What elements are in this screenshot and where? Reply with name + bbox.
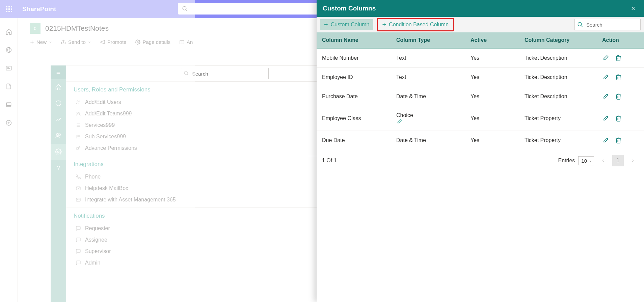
svg-point-50 (76, 147, 79, 150)
helpdesk-search-input[interactable] (181, 68, 269, 79)
row-edit-button[interactable] (602, 137, 609, 144)
nav-item-icon (76, 197, 82, 202)
svg-rect-3 (6, 8, 7, 10)
svg-rect-52 (76, 198, 80, 201)
svg-point-39 (77, 101, 78, 102)
sidebar-reports[interactable] (51, 111, 66, 128)
choice-edit-button[interactable] (396, 118, 460, 125)
panel-search-input[interactable] (574, 19, 641, 30)
nav-item-icon (76, 174, 82, 180)
th-column-name[interactable]: Column Name (317, 32, 391, 48)
nav-item-icon (76, 186, 82, 191)
search-icon (184, 71, 189, 76)
sidebar-toggle[interactable] (51, 65, 66, 79)
th-category[interactable]: Column Category (519, 32, 597, 48)
cell-active: Yes (465, 87, 519, 106)
pager-next-button[interactable] (627, 155, 639, 166)
site-title[interactable]: 0215HDMTestNotes (45, 24, 109, 32)
cell-action (597, 131, 644, 150)
cmd-promote[interactable]: Promote (100, 39, 127, 45)
rail-create-button[interactable] (2, 116, 16, 130)
cell-name: Employee Class (317, 106, 391, 131)
cell-active: Yes (465, 68, 519, 87)
cmd-analytics[interactable]: An (179, 39, 193, 45)
cell-active: Yes (465, 131, 519, 150)
nav-item-icon (76, 111, 82, 116)
table-row: Employee ClassChoiceYesTicket Property (317, 106, 644, 131)
row-delete-button[interactable] (615, 93, 622, 100)
pager-page-1[interactable]: 1 (612, 155, 624, 166)
cmd-page-details[interactable]: Page details (135, 39, 170, 45)
cell-category: Ticket Property (519, 106, 597, 131)
plus-icon: + (324, 21, 328, 28)
rail-news-button[interactable] (2, 61, 16, 75)
svg-rect-6 (6, 11, 7, 12)
megaphone-icon (100, 39, 105, 45)
th-active[interactable]: Active (465, 32, 519, 48)
plus-icon: + (382, 21, 386, 28)
rail-globe-button[interactable] (2, 43, 16, 57)
sidebar-help[interactable]: ? (51, 160, 66, 176)
nav-item-label: Assignee (85, 237, 107, 243)
nav-item-icon (76, 260, 82, 266)
cell-active: Yes (465, 48, 519, 68)
row-edit-button[interactable] (602, 74, 609, 81)
table-row: Employee IDTextYesTicket Description (317, 68, 644, 87)
nav-item-label: Add/Edit Users (85, 99, 121, 105)
add-custom-column-label: Custom Column (331, 22, 370, 28)
svg-line-10 (186, 9, 187, 11)
svg-rect-51 (76, 187, 80, 190)
nav-item-label: Services999 (85, 122, 115, 128)
row-delete-button[interactable] (615, 55, 622, 61)
add-condition-column-button[interactable]: + Condition Based Column (378, 19, 453, 30)
cmd-send[interactable]: Send to (61, 39, 91, 45)
row-delete-button[interactable] (615, 74, 622, 81)
chevron-left-icon (601, 159, 605, 163)
sidebar-refresh[interactable] (51, 95, 66, 111)
waffle-icon (6, 6, 12, 12)
entries-select[interactable]: 10 (578, 156, 594, 165)
svg-rect-14 (6, 66, 11, 70)
custom-columns-panel: Custom Columns + Custom Column + Conditi… (317, 0, 644, 302)
cell-name: Employee ID (317, 68, 391, 87)
add-custom-column-button[interactable]: + Custom Column (320, 19, 373, 30)
table-row: Mobile NumberTextYesTicket Description (317, 48, 644, 68)
cell-type: Text (391, 68, 465, 87)
cell-active: Yes (465, 106, 519, 131)
cmd-page-details-label: Page details (142, 39, 170, 45)
sidebar-home[interactable] (51, 79, 66, 95)
row-delete-button[interactable] (615, 115, 622, 122)
row-edit-button[interactable] (602, 55, 609, 61)
helpdesk-sidebar: ? (51, 65, 66, 302)
nav-item-label: Advance Permissions (85, 145, 137, 151)
svg-point-34 (56, 133, 59, 136)
row-delete-button[interactable] (615, 137, 622, 144)
cmd-new[interactable]: New (30, 39, 52, 45)
app-launcher-button[interactable] (0, 0, 18, 18)
svg-line-38 (187, 74, 188, 75)
nav-item-icon (76, 226, 82, 231)
rail-home-button[interactable] (2, 25, 16, 38)
cmd-new-label: New (36, 39, 47, 45)
svg-point-41 (77, 112, 78, 113)
sidebar-settings[interactable] (51, 144, 66, 160)
rail-files-button[interactable] (2, 80, 16, 93)
svg-rect-8 (11, 11, 12, 12)
site-logo[interactable]: 0 (30, 23, 41, 34)
table-row: Purchase DateDate & TimeYesTicket Descri… (317, 87, 644, 106)
sharepoint-brand[interactable]: SharePoint (22, 5, 56, 13)
row-edit-button[interactable] (602, 93, 609, 100)
svg-rect-4 (8, 8, 10, 10)
th-action[interactable]: Action (597, 32, 644, 48)
svg-rect-17 (6, 103, 11, 107)
rail-lists-button[interactable] (2, 98, 16, 111)
th-column-type[interactable]: Column Type (391, 32, 465, 48)
svg-point-35 (59, 134, 61, 135)
pager-prev-button[interactable] (597, 155, 609, 166)
panel-close-button[interactable] (628, 4, 638, 13)
row-edit-button[interactable] (602, 115, 609, 122)
close-icon (630, 6, 636, 11)
entries-label: Entries (558, 158, 575, 164)
svg-rect-0 (6, 6, 7, 7)
sidebar-users[interactable] (51, 128, 66, 144)
